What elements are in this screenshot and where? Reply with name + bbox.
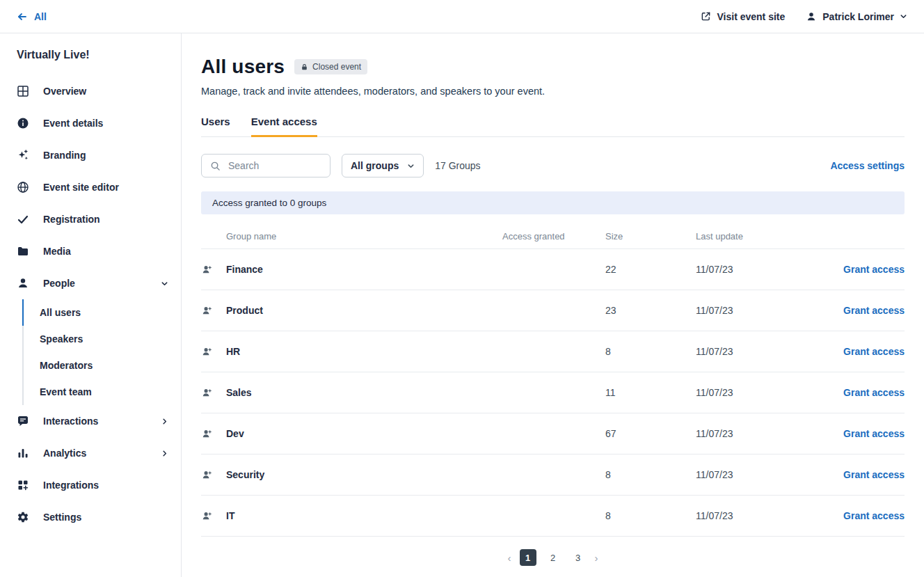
people-subnav: All users Speakers Moderators Event team [22, 299, 181, 405]
sidebar-item-label: Registration [43, 214, 100, 225]
back-link[interactable]: All [17, 11, 47, 22]
header-group-name: Group name [226, 231, 502, 242]
tab-event-access[interactable]: Event access [251, 116, 317, 137]
checkmark-icon [17, 213, 29, 226]
sidebar-subitem-label: All users [40, 307, 81, 318]
header-size: Size [605, 231, 696, 242]
table-row: Product 23 11/07/23 Grant access [201, 290, 905, 331]
pagination-page-3[interactable]: 3 [570, 549, 587, 566]
chevron-down-icon [407, 162, 415, 170]
table-row: Finance 22 11/07/23 Grant access [201, 249, 905, 290]
sidebar-item-moderators[interactable]: Moderators [22, 352, 181, 379]
person-icon [17, 277, 29, 290]
search-box[interactable] [201, 154, 330, 177]
table-row: Sales 11 11/07/23 Grant access [201, 372, 905, 413]
group-icon [201, 469, 213, 481]
sidebar-item-overview[interactable]: Overview [17, 75, 181, 107]
sidebar-item-event-team[interactable]: Event team [22, 379, 181, 405]
table-header-row: Group name Access granted Size Last upda… [201, 224, 905, 249]
external-link-icon [701, 11, 711, 22]
sidebar: Virtually Live! Overview Event details B… [0, 33, 182, 577]
user-menu[interactable]: Patrick Lorimer [806, 11, 907, 22]
sidebar-item-analytics[interactable]: Analytics [17, 437, 181, 469]
arrow-left-icon [17, 11, 28, 22]
group-name: HR [226, 346, 502, 357]
grant-access-button[interactable]: Grant access [814, 469, 905, 480]
search-icon [210, 161, 221, 171]
sidebar-item-branding[interactable]: Branding [17, 139, 181, 171]
grant-access-button[interactable]: Grant access [814, 428, 905, 439]
chevron-down-icon [161, 280, 168, 287]
access-settings-link[interactable]: Access settings [830, 160, 905, 171]
group-icon [201, 264, 213, 276]
chevron-right-icon [161, 418, 168, 425]
sidebar-item-label: Settings [43, 512, 81, 523]
groups-filter-dropdown[interactable]: All groups [342, 154, 424, 177]
group-last-update: 11/07/23 [696, 305, 814, 316]
groups-count: 17 Groups [435, 160, 480, 171]
groups-table: Group name Access granted Size Last upda… [201, 224, 905, 537]
sidebar-item-interactions[interactable]: Interactions [17, 405, 181, 437]
pagination-next-icon[interactable]: › [595, 552, 598, 564]
group-size: 8 [605, 510, 696, 521]
grant-access-button[interactable]: Grant access [814, 305, 905, 316]
sidebar-item-event-site-editor[interactable]: Event site editor [17, 171, 181, 203]
closed-event-badge: Closed event [294, 59, 367, 74]
pagination-prev-icon[interactable]: ‹ [508, 552, 511, 564]
tab-users[interactable]: Users [201, 116, 230, 137]
user-name: Patrick Lorimer [822, 11, 894, 22]
grant-access-button[interactable]: Grant access [814, 387, 905, 398]
table-row: Dev 67 11/07/23 Grant access [201, 413, 905, 455]
sidebar-item-label: Branding [43, 150, 86, 161]
sidebar-item-settings[interactable]: Settings [17, 501, 181, 533]
integrations-icon [17, 479, 29, 491]
group-name: IT [226, 510, 502, 521]
event-title: Virtually Live! [17, 49, 181, 61]
table-row: HR 8 11/07/23 Grant access [201, 331, 905, 372]
sidebar-item-integrations[interactable]: Integrations [17, 469, 181, 501]
sidebar-item-label: Overview [43, 86, 86, 97]
groups-filter-value: All groups [351, 160, 399, 171]
group-size: 67 [605, 428, 696, 439]
group-name: Security [226, 469, 502, 480]
group-last-update: 11/07/23 [696, 469, 814, 480]
chat-bubble-icon [17, 415, 29, 427]
sidebar-subitem-label: Event team [40, 386, 92, 397]
grant-access-button[interactable]: Grant access [814, 346, 905, 357]
sidebar-item-event-details[interactable]: Event details [17, 107, 181, 139]
group-name: Dev [226, 428, 502, 439]
grant-access-button[interactable]: Grant access [814, 510, 905, 521]
sidebar-item-label: Integrations [43, 480, 99, 491]
sidebar-item-label: Analytics [43, 448, 86, 459]
folder-icon [17, 245, 29, 258]
search-input[interactable] [227, 159, 321, 172]
access-granted-banner: Access granted to 0 groups [201, 191, 905, 214]
table-row: IT 8 11/07/23 Grant access [201, 496, 905, 537]
sidebar-subitem-label: Moderators [40, 360, 93, 371]
group-icon [201, 346, 213, 358]
sidebar-item-label: Interactions [43, 416, 98, 427]
sidebar-item-speakers[interactable]: Speakers [22, 326, 181, 352]
table-row: Security 8 11/07/23 Grant access [201, 455, 905, 496]
topbar: All Visit event site Patrick Lorimer [0, 0, 924, 33]
group-size: 22 [605, 264, 696, 275]
group-icon [201, 428, 213, 440]
pagination-page-1[interactable]: 1 [520, 549, 536, 566]
group-last-update: 11/07/23 [696, 346, 814, 357]
pagination-page-2[interactable]: 2 [545, 549, 561, 566]
sidebar-item-media[interactable]: Media [17, 235, 181, 267]
sidebar-item-people[interactable]: People [17, 267, 181, 299]
toolbar: All groups 17 Groups Access settings [201, 154, 905, 177]
sparkle-icon [17, 149, 29, 161]
sidebar-item-registration[interactable]: Registration [17, 203, 181, 235]
chevron-right-icon [161, 450, 168, 457]
group-size: 23 [605, 305, 696, 316]
group-last-update: 11/07/23 [696, 428, 814, 439]
visit-event-site-button[interactable]: Visit event site [701, 11, 785, 22]
tab-bar: Users Event access [201, 116, 905, 137]
gear-icon [17, 511, 29, 523]
grant-access-button[interactable]: Grant access [814, 264, 905, 275]
globe-icon [17, 181, 29, 193]
group-icon [201, 510, 213, 522]
sidebar-item-all-users[interactable]: All users [22, 299, 181, 326]
